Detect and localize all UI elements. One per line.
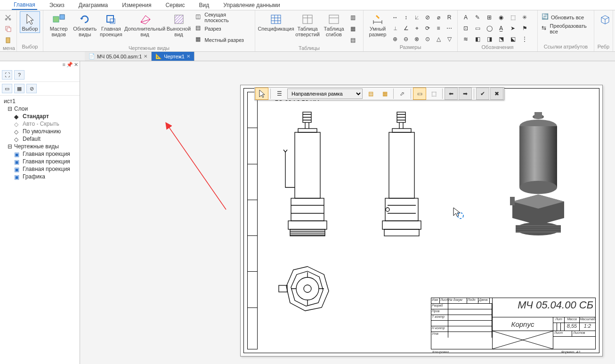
ft-cancel-icon[interactable]: ✖ xyxy=(490,88,503,100)
annot-tool[interactable]: ✎ xyxy=(472,12,483,23)
annot-tool[interactable]: ⬚ xyxy=(508,12,518,23)
annot-tool[interactable]: ◯ xyxy=(484,23,494,33)
annot-tool[interactable]: ≋ xyxy=(461,34,471,44)
tree-layer[interactable]: ◇Авто - Скрыть xyxy=(1,120,79,128)
annot-tool[interactable]: ⬔ xyxy=(496,34,506,44)
annot-tool[interactable]: A̲ xyxy=(496,23,506,33)
drawing-view-iso[interactable] xyxy=(498,112,578,244)
annot-tool[interactable]: ⬕ xyxy=(508,34,518,44)
dim-tool[interactable]: ⟀ xyxy=(412,12,422,23)
dim-tool[interactable]: △ xyxy=(433,34,444,44)
side-tool[interactable]: ▦ xyxy=(14,84,24,93)
cut-icon[interactable] xyxy=(3,12,13,23)
ft-rect2-icon[interactable]: ⬚ xyxy=(427,88,440,100)
drawing-view-front[interactable] xyxy=(282,112,343,244)
dim-tool[interactable]: ⊘ xyxy=(422,12,433,23)
ft-next-icon[interactable]: ➡ xyxy=(459,88,472,100)
table-extra-3[interactable]: ▤ xyxy=(348,35,358,45)
side-tool[interactable]: ? xyxy=(14,70,24,80)
annot-tool[interactable]: ⚑ xyxy=(519,23,530,33)
ribbon-tab-service[interactable]: Сервис xyxy=(163,0,186,10)
pin-icon[interactable]: 📌 xyxy=(66,62,73,68)
dim-tool[interactable]: ⋯ xyxy=(444,23,454,33)
annot-tool[interactable]: ▭ xyxy=(472,23,483,33)
refresh-all-button[interactable]: 🔄Обновить все xyxy=(541,12,591,23)
ribbon-tab-diagram[interactable]: Диаграмма xyxy=(77,0,110,10)
table-extra-1[interactable]: ▥ xyxy=(348,12,358,23)
annot-tool[interactable]: ⊡ xyxy=(461,23,471,33)
annot-tool[interactable]: ⊞ xyxy=(484,12,494,23)
ft-layer2-icon[interactable]: ▦ xyxy=(378,88,391,100)
smart-dim-button[interactable]: Умный размер xyxy=(366,11,389,39)
dim-tool[interactable]: ↔ xyxy=(390,12,400,23)
paste-icon[interactable] xyxy=(3,35,13,45)
tree-layers[interactable]: ⊟Слои xyxy=(1,105,79,113)
select-button[interactable]: Выбор xyxy=(20,11,40,33)
doc-tab-asm[interactable]: 📄 МЧ 05.04.00.asm:1 ✕ xyxy=(85,52,152,61)
side-tool[interactable]: ⛶ xyxy=(2,70,12,80)
ft-rect1-icon[interactable]: ▭ xyxy=(413,88,426,100)
tree-view[interactable]: ▣Главная проекция xyxy=(1,165,79,173)
dim-tool[interactable]: ⊗ xyxy=(412,34,422,44)
tree-layer[interactable]: ◆Стандарт xyxy=(1,113,79,120)
tree-view[interactable]: ▣Главная проекция xyxy=(1,150,79,158)
local-section-button[interactable]: ▦Местный разрез xyxy=(194,35,252,45)
annot-tool[interactable]: ➤ xyxy=(508,23,518,33)
dim-tool[interactable]: ⌀ xyxy=(433,12,444,23)
copy-icon[interactable] xyxy=(3,24,13,34)
dim-tool[interactable]: ↕ xyxy=(401,12,411,23)
annot-tool[interactable]: ⋮ xyxy=(519,34,530,44)
annot-tool[interactable]: A xyxy=(461,12,471,23)
feature-tree[interactable]: ист1 ⊟Слои ◆Стандарт ◇Авто - Скрыть ◇По … xyxy=(0,96,80,182)
drawing-view-side[interactable] xyxy=(376,112,432,244)
ribbon-tab-view[interactable]: Вид xyxy=(197,0,211,10)
ft-frame-dropdown[interactable]: Направленная рамка xyxy=(287,89,363,99)
ribbon-tab-measure[interactable]: Измерения xyxy=(120,0,153,10)
bom-button[interactable]: Спецификация xyxy=(258,11,294,33)
dim-tool[interactable]: R xyxy=(444,12,454,23)
annot-tool[interactable]: ◉ xyxy=(496,12,506,23)
ribbon-tab-sketch[interactable]: Эскиз xyxy=(48,0,66,10)
ft-select-icon[interactable] xyxy=(255,88,268,100)
update-views-button[interactable]: Обновить виды xyxy=(72,11,97,39)
drawing-view-top[interactable] xyxy=(282,263,343,319)
dim-tool[interactable]: ⊙ xyxy=(422,34,433,44)
annot-tool[interactable]: ◧ xyxy=(472,34,483,44)
annot-tool[interactable]: ◨ xyxy=(484,34,494,44)
ribbon-tab-main[interactable]: Главная xyxy=(12,0,37,10)
section-button[interactable]: ▤Разрез xyxy=(194,24,252,34)
dim-tool[interactable]: ⟂ xyxy=(390,23,400,33)
ft-options-icon[interactable]: ☰ xyxy=(273,88,286,100)
dim-tool[interactable]: ⌖ xyxy=(412,23,422,33)
tree-views[interactable]: ⊟Чертежные виды xyxy=(1,143,79,150)
ft-prev-icon[interactable]: ⬅ xyxy=(445,88,458,100)
table-extra-2[interactable]: ▦ xyxy=(348,24,358,34)
dim-tool[interactable]: ▽ xyxy=(444,34,454,44)
aux-view-button[interactable]: Дополнительный вид xyxy=(125,11,165,39)
hole-table-button[interactable]: Таблица отверстий xyxy=(295,11,320,39)
bend-table-button[interactable]: Таблица сгибов xyxy=(321,11,347,39)
detail-view-button[interactable]: Выносной вид xyxy=(166,11,192,39)
side-tool[interactable]: ▭ xyxy=(2,84,12,93)
edges-button[interactable] xyxy=(597,11,613,27)
convert-all-button[interactable]: ⇆Преобразовать все xyxy=(541,24,591,34)
doc-tab-drawing[interactable]: 📐 Чертеж1 ✕ xyxy=(152,52,194,61)
drawing-canvas[interactable]: МЧ 05.04.00 СБ xyxy=(80,61,615,364)
pane-opts-icon[interactable]: ≡ xyxy=(63,62,65,68)
close-icon[interactable]: ✕ xyxy=(186,54,190,59)
close-pane-icon[interactable]: ✕ xyxy=(74,62,78,68)
dim-tool[interactable]: ⊕ xyxy=(390,34,400,44)
dim-tool[interactable]: ∠ xyxy=(401,23,411,33)
tree-root[interactable]: ист1 xyxy=(1,97,79,105)
dim-tool[interactable]: ≡ xyxy=(433,23,444,33)
view-wizard-button[interactable]: Мастер видов xyxy=(46,11,71,39)
tree-view[interactable]: ▣Главная проекция xyxy=(1,158,79,165)
cutting-plane-button[interactable]: ◫Секущая плоскость xyxy=(194,12,252,23)
ft-cursor2-icon[interactable]: ⬀ xyxy=(396,88,409,100)
ft-accept-icon[interactable]: ✔ xyxy=(476,88,489,100)
close-icon[interactable]: ✕ xyxy=(144,54,147,59)
dim-tool[interactable]: ⊖ xyxy=(401,34,411,44)
ribbon-tab-pdm[interactable]: Управление данными xyxy=(221,0,282,10)
tree-layer[interactable]: ◇По умолчанию xyxy=(1,128,79,135)
side-tool[interactable]: ⊘ xyxy=(26,84,37,93)
